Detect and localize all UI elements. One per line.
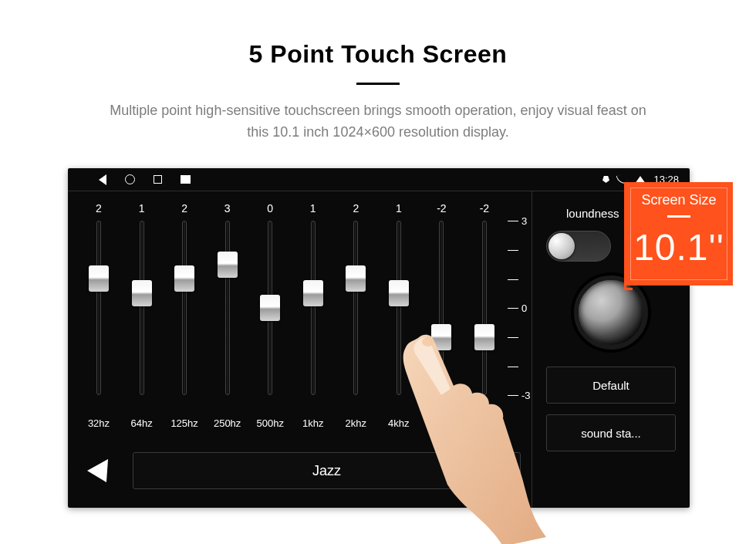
eq-band-6[interactable]: 22khz — [336, 191, 376, 435]
eq-thumb[interactable] — [132, 280, 152, 306]
eq-thumb[interactable] — [389, 280, 409, 306]
eq-band-freq: 1khz — [293, 417, 333, 429]
eq-track — [140, 221, 144, 395]
eq-track — [353, 221, 358, 395]
eq-band-value: -2 — [421, 202, 461, 215]
location-icon — [602, 176, 609, 183]
eq-thumb[interactable] — [89, 265, 109, 292]
toggle-knob — [548, 233, 575, 259]
balance-dial[interactable] — [574, 275, 648, 350]
recent-apps-icon[interactable] — [154, 175, 162, 184]
eq-band-freq: 4khz — [379, 417, 419, 429]
eq-band-1[interactable]: 164hz — [122, 191, 162, 435]
preset-selector[interactable]: Jazz — [133, 452, 521, 489]
eq-thumb[interactable] — [174, 265, 194, 292]
eq-band-value: 3 — [208, 202, 248, 215]
eq-band-value: -2 — [464, 202, 505, 215]
eq-band-freq: 500hz — [250, 417, 290, 429]
equalizer-panel: 232hz164hz2125hz3250hz0500hz11khz22khz14… — [68, 191, 532, 508]
home-icon[interactable] — [125, 174, 135, 184]
eq-track — [182, 221, 187, 395]
callout-label: Screen Size — [627, 192, 731, 208]
eq-band-freq: 32hz — [79, 417, 119, 429]
eq-thumb[interactable] — [218, 252, 238, 278]
eq-band-9[interactable]: -2 — [464, 191, 505, 435]
eq-band-0[interactable]: 232hz — [79, 191, 119, 435]
eq-band-freq: 2khz — [336, 417, 376, 429]
eq-band-value: 1 — [379, 202, 419, 215]
eq-track — [397, 221, 401, 395]
screenshot-icon[interactable] — [181, 175, 191, 184]
eq-track — [482, 221, 487, 395]
eq-band-value: 2 — [336, 202, 376, 215]
callout-value: 10.1'' — [627, 226, 731, 269]
eq-band-value: 0 — [250, 202, 290, 215]
eq-band-2[interactable]: 2125hz — [164, 191, 204, 435]
eq-track — [96, 221, 101, 395]
default-button[interactable]: Default — [546, 367, 676, 404]
eq-thumb[interactable] — [431, 324, 451, 350]
eq-band-3[interactable]: 3250hz — [208, 191, 248, 435]
eq-band-7[interactable]: 14khz — [379, 191, 419, 435]
hero-divider — [356, 83, 400, 85]
eq-band-freq: 64hz — [122, 417, 162, 429]
eq-track — [439, 221, 444, 395]
eq-band-4[interactable]: 0500hz — [250, 191, 290, 435]
eq-track — [225, 221, 230, 395]
eq-band-freq: 250hz — [208, 417, 248, 429]
eq-band-value: 2 — [164, 202, 204, 215]
eq-band-8[interactable]: -28khz — [421, 191, 461, 435]
eq-band-freq: 125hz — [164, 417, 204, 429]
eq-thumb[interactable] — [260, 295, 280, 321]
screen-size-callout: Screen Size 10.1'' — [625, 182, 733, 286]
eq-thumb[interactable] — [303, 280, 323, 306]
hero-title: 5 Point Touch Screen — [0, 40, 756, 69]
device-screenshot: 13:28 232hz164hz2125hz3250hz0500hz11khz2… — [68, 168, 690, 508]
eq-bands: 232hz164hz2125hz3250hz0500hz11khz22khz14… — [79, 191, 505, 435]
eq-band-5[interactable]: 11khz — [293, 191, 333, 435]
eq-band-value: 1 — [122, 202, 162, 215]
preset-prev-button[interactable] — [79, 452, 116, 489]
eq-band-value: 1 — [293, 202, 333, 215]
eq-thumb[interactable] — [346, 265, 366, 292]
eq-scale: 3 0 -3 — [508, 221, 531, 395]
eq-thumb[interactable] — [474, 324, 494, 350]
soundstage-button[interactable]: sound sta... — [546, 414, 676, 451]
loudness-toggle[interactable] — [546, 231, 611, 262]
chevron-left-icon — [86, 459, 108, 482]
eq-track — [311, 221, 316, 395]
status-bar: 13:28 — [68, 168, 690, 191]
eq-band-value: 2 — [79, 202, 119, 215]
back-icon[interactable] — [99, 174, 106, 185]
eq-band-freq: 8khz — [421, 417, 461, 429]
hero-subtitle: Multiple point high-sensitive touchscree… — [0, 100, 756, 144]
